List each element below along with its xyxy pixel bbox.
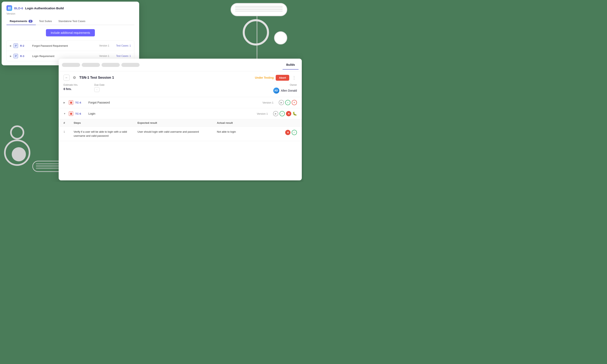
tab-standalone-test-cases[interactable]: Standalone Test Cases [55,18,88,25]
step-actions: ✕ ✓ [281,130,297,135]
session-nav-bar: Builds [59,59,302,71]
pass-test-button[interactable]: ✓ [285,100,290,105]
nav-tab-placeholder [62,63,80,67]
estimate-label: Estimate Hrs. [64,83,78,86]
owner-avatar: AD [273,88,279,94]
expand-requirement-r3-chevron[interactable]: ▶ [10,55,12,57]
owner-name: Allen Donald [281,89,297,92]
test-case-id: TC-6 [75,112,86,115]
include-requirements-button[interactable]: Include additional requirements [46,29,95,36]
test-cases-table: ▶ TC-4 Forgot Password Version 1 ▶ ✓ ✕ ▼… [59,97,302,141]
tab-builds[interactable]: Builds [283,60,299,70]
requirement-test-cases-link[interactable]: Test Cases: 1 [116,55,131,57]
run-test-button[interactable]: ▶ [273,111,278,116]
nav-tab-placeholder [102,63,120,67]
col-actual-header: Actual result [217,121,279,124]
col-expected-header: Expected result [138,121,215,124]
pass-test-button[interactable]: ✓ [279,111,285,116]
test-case-name: Forgot Password [88,101,261,104]
test-case-name: Login [88,112,255,115]
step-expected: User should login with valid username an… [138,130,215,134]
build-version-label: Version [6,12,134,18]
test-case-actions: ▶ ✓ ✕ [279,100,297,105]
test-case-actions: ▶ ✓ ✕ 🐛 [273,111,297,116]
tab-test-suites[interactable]: Test Suites [36,18,55,25]
settings-icon[interactable]: ⚙ [72,75,77,80]
step-pass-button[interactable]: ✓ [292,130,297,135]
requirement-row: ▶ R-2 Forgot Password Requirement Versio… [7,41,134,51]
requirement-name: Login Requirement [32,55,97,58]
nav-tab-placeholder [82,63,100,67]
owner-info: AD Allen Donald [273,88,297,94]
col-actions-header [281,121,297,124]
expand-tc6-chevron[interactable]: ▼ [64,112,67,115]
fail-test-button[interactable]: ✕ [292,100,297,105]
col-number-header: # [64,121,72,124]
requirement-test-cases-link[interactable]: Test Cases: 1 [116,44,131,47]
requirements-badge: 2 [28,20,33,23]
fail-test-button-active[interactable]: ✕ [286,111,291,116]
owner-group: Owner AD Allen Donald [273,83,297,94]
tab-placeholder-area [62,63,281,67]
build-title: Login Authentication Build [25,6,64,10]
steps-table-header: # Steps Expected result Actual result [59,119,302,127]
session-status-badge: Under Testing [255,76,274,79]
test-case-version: Version 1 [257,112,268,115]
step-row: 1 Verify if a user will be able to login… [59,127,302,141]
session-name: TSN-1 Test Session 1 [79,76,114,80]
requirement-id: R-2 [20,44,30,47]
step-text: Verify if a user will be able to login w… [74,130,135,138]
test-case-icon [69,111,73,116]
requirement-name: Forgot Password Requirement [32,44,97,47]
requirement-version: Version 1 [99,44,109,47]
requirements-table: ▶ R-2 Forgot Password Requirement Versio… [6,40,134,61]
back-button[interactable]: ← [64,75,70,81]
test-case-id: TC-4 [75,101,86,104]
step-actual: Not able to login [217,130,279,134]
expand-tc4-chevron[interactable]: ▶ [64,101,67,104]
estimate-hours-group: Estimate Hrs. 0 hrs. [64,83,78,91]
abort-button[interactable]: Abort [276,75,289,81]
due-date-label: Due Date [94,83,105,86]
bug-report-button[interactable]: 🐛 [292,111,297,116]
tab-requirements[interactable]: Requirements 2 [6,18,36,25]
steps-table: # Steps Expected result Actual result 1 … [59,119,302,141]
requirement-version: Version 1 [99,55,109,57]
brand-logo-icon [6,5,12,11]
session-header: ← ⚙ TSN-1 Test Session 1 Under Testing A… [59,71,302,97]
test-case-icon [69,100,73,105]
build-detail-modal: BLD-6 Login Authentication Build Version… [2,2,139,65]
requirement-icon [13,43,18,48]
col-steps-header: Steps [74,121,135,124]
run-test-button[interactable]: ▶ [279,100,284,105]
requirement-icon [13,54,18,58]
nav-tab-placeholder [121,63,140,67]
estimate-value: 0 hrs. [64,87,72,91]
step-number: 1 [64,130,72,133]
owner-label: Owner [273,83,297,86]
due-date-button[interactable]: - [94,87,100,92]
expand-requirement-r2-chevron[interactable]: ▶ [10,44,12,47]
due-date-group: Due Date - [94,83,105,92]
more-options-button[interactable]: ⋮ [291,75,297,80]
test-case-row: ▶ TC-4 Forgot Password Version 1 ▶ ✓ ✕ [59,97,302,108]
build-id: BLD-6 [14,6,23,10]
step-fail-button-active[interactable]: ✕ [285,130,290,135]
test-session-modal: Builds ← ⚙ TSN-1 Test Session 1 Under Te… [59,59,302,180]
test-case-row: ▼ TC-6 Login Version 1 ▶ ✓ ✕ 🐛 [59,108,302,119]
test-case-version: Version 1 [263,101,274,104]
requirement-id: R-3 [20,55,30,58]
